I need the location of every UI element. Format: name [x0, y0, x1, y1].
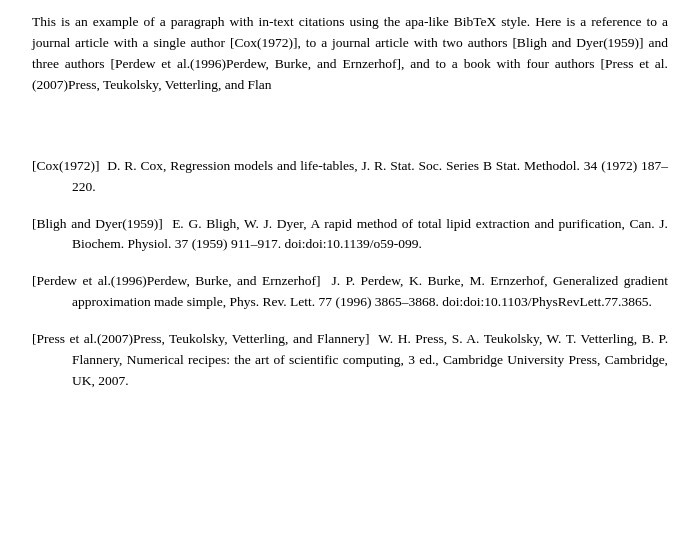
ref-entry-cox-inner: [Cox(1972)] D. R. Cox, Regression models… [32, 156, 668, 198]
references-section: [Cox(1972)] D. R. Cox, Regression models… [32, 156, 668, 392]
ref-entry-press: [Press et al.(2007)Press, Teukolsky, Vet… [32, 329, 668, 392]
ref-label-press: [Press et al.(2007)Press, Teukolsky, Vet… [32, 331, 369, 346]
paragraph-text: This is an example of a paragraph with i… [32, 14, 668, 92]
ref-entry-perdew-inner: [Perdew et al.(1996)Perdew, Burke, and E… [32, 271, 668, 313]
ref-text-cox: D. R. Cox, Regression models and life-ta… [72, 158, 668, 194]
ref-label-bligh: [Bligh and Dyer(1959)] [32, 216, 163, 231]
ref-entry-bligh-inner: [Bligh and Dyer(1959)] E. G. Bligh, W. J… [32, 214, 668, 256]
page: This is an example of a paragraph with i… [0, 0, 700, 548]
ref-label-cox: [Cox(1972)] [32, 158, 100, 173]
ref-entry-perdew: [Perdew et al.(1996)Perdew, Burke, and E… [32, 271, 668, 313]
ref-entry-press-inner: [Press et al.(2007)Press, Teukolsky, Vet… [32, 329, 668, 392]
ref-label-perdew: [Perdew et al.(1996)Perdew, Burke, and E… [32, 273, 321, 288]
main-paragraph: This is an example of a paragraph with i… [32, 12, 668, 96]
ref-entry-cox: [Cox(1972)] D. R. Cox, Regression models… [32, 156, 668, 198]
ref-entry-bligh: [Bligh and Dyer(1959)] E. G. Bligh, W. J… [32, 214, 668, 256]
